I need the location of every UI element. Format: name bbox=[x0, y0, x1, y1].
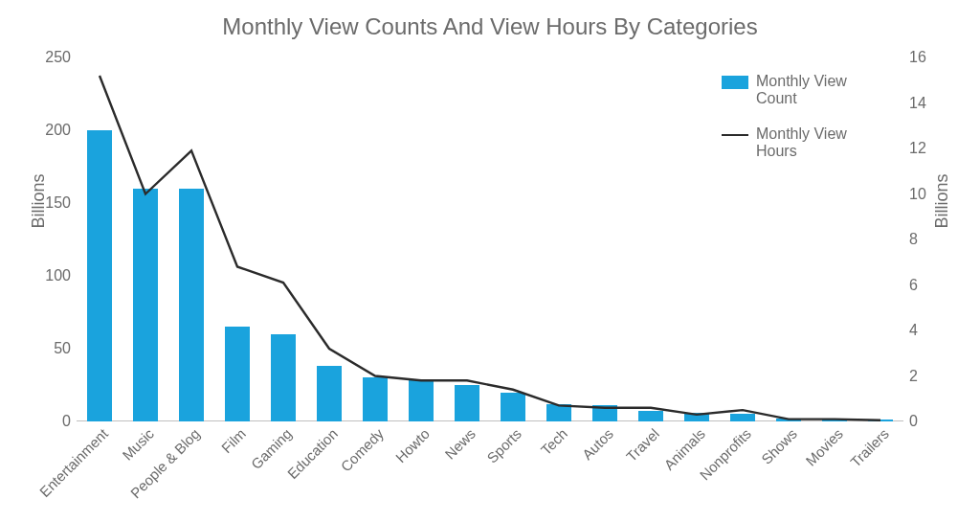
legend: Monthly View Count Monthly View Hours bbox=[722, 73, 884, 178]
y-right-tick: 14 bbox=[909, 95, 926, 112]
y-right-tick: 6 bbox=[909, 277, 918, 294]
x-category-label: Autos bbox=[579, 425, 616, 463]
x-category-label: Music bbox=[119, 425, 157, 464]
y-right-tick: 0 bbox=[909, 413, 918, 430]
x-category-label: Trailers bbox=[847, 425, 892, 470]
x-category-label: Movies bbox=[802, 425, 846, 469]
y-left-tick: 250 bbox=[45, 49, 71, 66]
y-right-tick: 10 bbox=[909, 186, 926, 203]
legend-swatch-bar-icon bbox=[722, 76, 748, 89]
y-left-tick: 200 bbox=[45, 122, 71, 139]
x-category-label: Film bbox=[218, 425, 249, 456]
x-category-label: Comedy bbox=[338, 425, 388, 475]
x-category-label: Travel bbox=[623, 425, 662, 465]
x-category-label: Howto bbox=[392, 425, 433, 465]
x-axis-labels: EntertainmentMusicPeople & BlogFilmGamin… bbox=[77, 421, 903, 522]
legend-label-count: Monthly View Count bbox=[756, 73, 884, 108]
y-right-tick: 2 bbox=[909, 368, 918, 385]
y-left-tick: 50 bbox=[54, 340, 71, 357]
y-left-tick: 0 bbox=[62, 413, 71, 430]
x-category-label: Entertainment bbox=[36, 425, 111, 500]
y-right-axis-label: Billions bbox=[932, 173, 952, 228]
x-category-label: News bbox=[441, 425, 479, 463]
legend-item-count: Monthly View Count bbox=[722, 73, 884, 108]
y-right-tick: 4 bbox=[909, 322, 918, 339]
chart-title: Monthly View Counts And View Hours By Ca… bbox=[0, 13, 980, 40]
x-category-label: Sports bbox=[483, 425, 524, 466]
legend-label-hours: Monthly View Hours bbox=[756, 125, 884, 161]
y-right-tick: 8 bbox=[909, 231, 918, 248]
chart-container: Monthly View Counts And View Hours By Ca… bbox=[0, 0, 980, 522]
y-right-tick: 16 bbox=[909, 49, 926, 66]
legend-item-hours: Monthly View Hours bbox=[722, 125, 884, 161]
x-category-label: Shows bbox=[758, 425, 800, 467]
legend-swatch-line-icon bbox=[722, 128, 748, 142]
y-left-tick: 150 bbox=[45, 194, 71, 212]
y-right-tick: 12 bbox=[909, 140, 926, 157]
x-category-label: Tech bbox=[538, 425, 570, 458]
y-left-tick: 100 bbox=[45, 267, 71, 284]
